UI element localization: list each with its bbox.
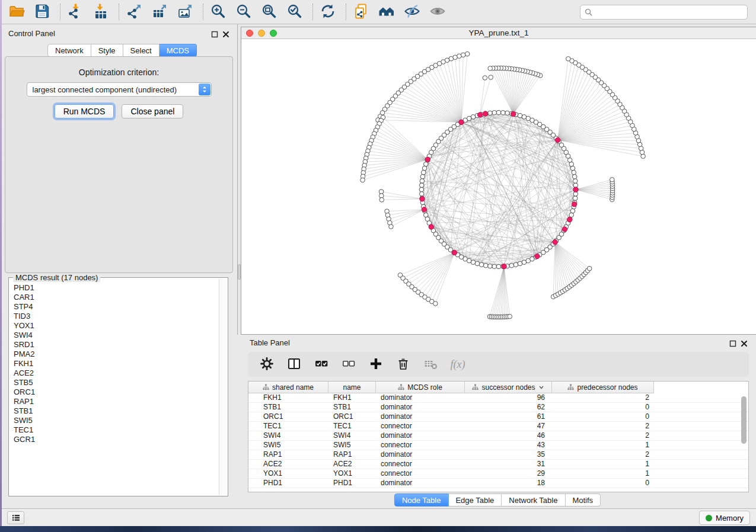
gear-button[interactable] bbox=[257, 355, 276, 373]
memory-button[interactable]: Memory bbox=[699, 511, 750, 525]
add-column-button[interactable] bbox=[366, 355, 385, 373]
mcds-result-item[interactable]: STB5 bbox=[14, 378, 218, 387]
table-cell: 62 bbox=[465, 403, 552, 412]
table-cell: 0 bbox=[552, 403, 654, 412]
mcds-result-item[interactable]: PMA2 bbox=[14, 350, 218, 359]
columns-button[interactable] bbox=[285, 355, 304, 373]
table-cell: PHD1 bbox=[248, 479, 328, 488]
network-canvas[interactable] bbox=[241, 39, 756, 335]
column-header-shared-name[interactable]: shared name bbox=[248, 382, 328, 393]
result-scrollbar-track[interactable] bbox=[219, 279, 227, 495]
import-network-icon bbox=[67, 3, 84, 21]
table-cell: ACE2 bbox=[328, 460, 376, 469]
tab-network-table[interactable]: Network Table bbox=[502, 493, 565, 507]
mcds-result-item[interactable]: PHD1 bbox=[14, 283, 218, 293]
column-header-predecessor-nodes[interactable]: predecessor nodes bbox=[552, 382, 654, 393]
tab-mcds[interactable]: MCDS bbox=[160, 44, 197, 57]
mcds-result-item[interactable]: RAP1 bbox=[14, 397, 218, 406]
control-panel-float-button[interactable] bbox=[210, 30, 219, 39]
table-cell: RAP1 bbox=[328, 450, 376, 459]
column-label: MCDS role bbox=[407, 383, 442, 392]
column-header-name[interactable]: name bbox=[328, 382, 376, 393]
mcds-result-item[interactable]: ORC1 bbox=[14, 387, 218, 397]
export-image-button[interactable] bbox=[176, 3, 194, 21]
search-input[interactable] bbox=[593, 6, 747, 18]
list-icon bbox=[11, 512, 21, 523]
table-panel-close-button[interactable] bbox=[740, 339, 748, 348]
table-cell: SWI5 bbox=[328, 441, 376, 450]
mcds-result-item[interactable]: STB1 bbox=[14, 406, 218, 416]
table-scrollbar-thumb[interactable] bbox=[741, 396, 747, 444]
zoom-selected-button[interactable] bbox=[286, 3, 304, 21]
first-neighbors-button[interactable] bbox=[378, 3, 395, 21]
export-network-button[interactable] bbox=[125, 3, 143, 21]
toolbar-separator bbox=[346, 4, 346, 20]
table-row[interactable]: SWI5SWI5connector431 bbox=[248, 441, 748, 450]
import-network-button[interactable] bbox=[66, 3, 84, 21]
table-row[interactable]: FKH1FKH1dominator962 bbox=[248, 393, 748, 403]
open-folder-button[interactable] bbox=[8, 3, 25, 21]
table-cell: STB1 bbox=[248, 403, 328, 412]
column-header-MCDS-role[interactable]: MCDS role bbox=[376, 382, 465, 393]
apply-function-button: f(x) bbox=[448, 355, 467, 373]
tab-select[interactable]: Select bbox=[123, 44, 160, 57]
column-label: shared name bbox=[272, 383, 314, 392]
memory-status-dot bbox=[706, 515, 712, 521]
show-all-button[interactable] bbox=[429, 3, 446, 21]
table-row[interactable]: ACE2ACE2connector311 bbox=[248, 460, 748, 469]
mcds-result-item[interactable]: GCR1 bbox=[14, 435, 218, 444]
run-mcds-button[interactable]: Run MCDS bbox=[55, 104, 114, 118]
tab-network[interactable]: Network bbox=[47, 44, 91, 57]
table-row[interactable]: ORC1ORC1dominator610 bbox=[248, 412, 748, 422]
column-header-successor-nodes[interactable]: successor nodes bbox=[465, 382, 552, 393]
table-row[interactable]: SWI4SWI4dominator462 bbox=[248, 431, 748, 441]
control-panel: Control Panel NetworkStyleSelectMCDS Opt… bbox=[2, 24, 237, 508]
mcds-result-item[interactable]: ACE2 bbox=[14, 368, 218, 378]
criterion-dropdown[interactable]: largest connected component (undirected) bbox=[27, 82, 212, 97]
mcds-result-item[interactable]: SRD1 bbox=[14, 340, 218, 350]
table-cell: dominator bbox=[376, 431, 465, 440]
mcds-result-item[interactable]: FKH1 bbox=[14, 359, 218, 368]
table-cell: FKH1 bbox=[248, 393, 328, 402]
tab-style[interactable]: Style bbox=[91, 44, 123, 57]
tab-motifs[interactable]: Motifs bbox=[565, 493, 601, 507]
table-row[interactable]: STB1STB1dominator620 bbox=[248, 403, 748, 412]
hide-selected-button[interactable] bbox=[403, 3, 421, 21]
mcds-result-item[interactable]: TEC1 bbox=[14, 425, 218, 435]
deselect-all-checkboxes-button[interactable] bbox=[339, 355, 358, 373]
control-panel-close-button[interactable] bbox=[222, 30, 230, 39]
table-cell: 35 bbox=[465, 450, 552, 459]
table-cell: 1 bbox=[552, 460, 654, 469]
mcds-result-item[interactable]: YOX1 bbox=[14, 321, 218, 331]
show-panels-button[interactable] bbox=[7, 511, 24, 524]
table-row[interactable]: TEC1TEC1connector472 bbox=[248, 422, 748, 431]
tab-node-table[interactable]: Node Table bbox=[394, 493, 449, 507]
table-row[interactable]: RAP1RAP1dominator352 bbox=[248, 450, 748, 460]
refresh-button[interactable] bbox=[319, 3, 337, 21]
mcds-result-item[interactable]: SWI5 bbox=[14, 416, 218, 425]
zoom-in-button[interactable] bbox=[209, 3, 227, 21]
mcds-result-item[interactable]: CAR1 bbox=[14, 293, 218, 302]
table-cell: dominator bbox=[376, 450, 465, 459]
table-cell: 31 bbox=[465, 460, 552, 469]
tab-edge-table[interactable]: Edge Table bbox=[448, 493, 502, 507]
table-row[interactable]: PHD1PHD1dominator180 bbox=[248, 479, 748, 488]
select-all-checkboxes-button[interactable] bbox=[312, 355, 331, 373]
table-cell: connector bbox=[376, 469, 465, 478]
mcds-result-item[interactable]: STP4 bbox=[14, 302, 218, 312]
mcds-result-item[interactable]: SWI4 bbox=[14, 331, 218, 340]
zoom-out-button[interactable] bbox=[235, 3, 253, 21]
save-button[interactable] bbox=[33, 3, 51, 21]
zoom-fit-button[interactable] bbox=[260, 3, 278, 21]
table-row[interactable]: YOX1YOX1connector291 bbox=[248, 469, 748, 479]
export-table-button[interactable] bbox=[151, 3, 168, 21]
column-label: name bbox=[343, 383, 361, 392]
close-icon bbox=[222, 31, 229, 38]
table-cell: 2 bbox=[552, 393, 654, 402]
clone-network-button[interactable] bbox=[352, 3, 370, 21]
table-panel-float-button[interactable] bbox=[729, 339, 737, 348]
mcds-result-item[interactable]: TID3 bbox=[14, 312, 218, 321]
close-panel-button[interactable]: Close panel bbox=[122, 104, 183, 118]
import-table-button[interactable] bbox=[92, 3, 110, 21]
delete-column-button[interactable] bbox=[394, 355, 413, 373]
